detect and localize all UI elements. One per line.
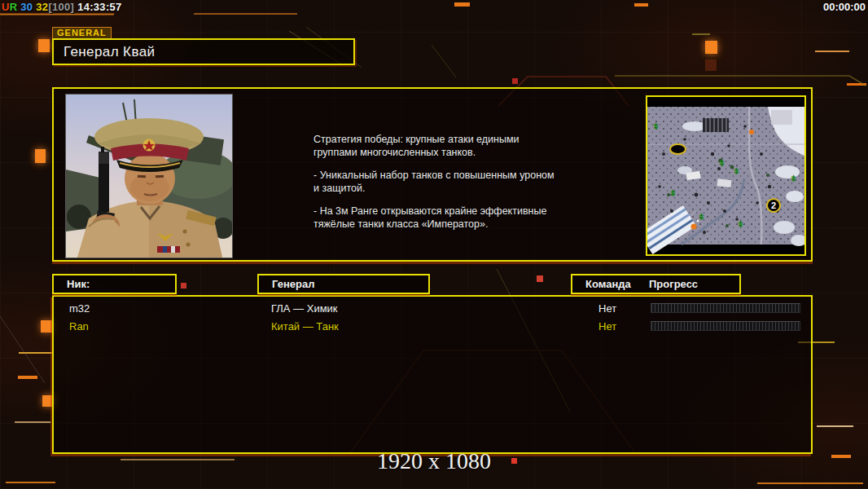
player-progress-bar	[651, 303, 800, 313]
player-row: Ran Китай — Танк Нет	[54, 318, 811, 336]
description-paragraph: Стратегия победы: крупные атаки едиными …	[313, 133, 594, 159]
supply-dollar-icon: $	[699, 213, 704, 221]
team-header-label: Команда	[572, 278, 631, 290]
start-position-marker-2: 2	[766, 198, 781, 213]
general-description: Стратегия победы: крупные атаки едиными …	[313, 133, 594, 240]
minimap: $ $ $ $ $ $ $	[647, 97, 804, 254]
stat-segment: U	[2, 1, 10, 13]
start-position-label: 2	[771, 200, 776, 210]
player-general: Китай — Танк	[271, 320, 339, 333]
stat-segment: [100]	[48, 1, 74, 13]
player-nick: m32	[69, 302, 90, 315]
resolution-watermark: 1920 x 1080	[377, 448, 491, 474]
stat-segment: 32	[33, 1, 48, 13]
supply-dollar-icon: $	[791, 174, 796, 183]
supply-dollar-icon: $	[671, 189, 675, 197]
player-general: ГЛА — Химик	[271, 302, 338, 315]
nick-header-box: Ник:	[52, 274, 177, 294]
match-timer: 00:00:00	[823, 1, 866, 13]
players-panel: m32 ГЛА — Химик Нет Ran Китай — Танк Нет	[52, 295, 813, 454]
supply-dollar-icon: $	[654, 122, 658, 130]
stat-segment: R	[10, 1, 18, 13]
loading-screen: UR 30 32[100] 14:33:57 00:00:00 GENERAL …	[0, 0, 868, 489]
progress-header-label: Прогресс	[649, 278, 698, 290]
general-info-panel: Стратегия победы: крупные атаки едиными …	[52, 87, 813, 262]
team-progress-header-box: Команда Прогресс	[571, 274, 741, 294]
general-header-label: Генерал	[259, 278, 314, 290]
general-title-box: Генерал Квай	[52, 38, 355, 65]
player-progress-bar	[651, 321, 800, 331]
supply-dollar-icon: $	[739, 220, 743, 228]
general-portrait	[66, 95, 232, 258]
general-title: Генерал Квай	[54, 44, 155, 60]
network-stats: UR 30 32[100] 14:33:57	[2, 1, 122, 13]
nick-header-label: Ник:	[54, 278, 90, 290]
minimap-frame: $ $ $ $ $ $ $ 2	[646, 95, 806, 256]
stat-segment: 30	[17, 1, 33, 13]
start-position-marker-empty	[669, 143, 686, 155]
general-header-box: Генерал	[257, 274, 430, 294]
description-paragraph: - На 3м Ранге открываются крайне эффекти…	[313, 205, 594, 231]
player-team: Нет	[598, 302, 616, 315]
portrait-frame	[65, 94, 233, 258]
player-nick: Ran	[69, 320, 89, 333]
supply-dollar-icon: $	[720, 159, 724, 167]
player-row: m32 ГЛА — Химик Нет	[54, 300, 811, 318]
tab-general-label: GENERAL	[57, 28, 107, 37]
clock-text: 14:33:57	[74, 1, 121, 13]
supply-dollar-icon: $	[734, 167, 739, 175]
description-paragraph: - Уникальный набор танков с повышенным у…	[313, 169, 594, 195]
player-team: Нет	[598, 320, 616, 333]
